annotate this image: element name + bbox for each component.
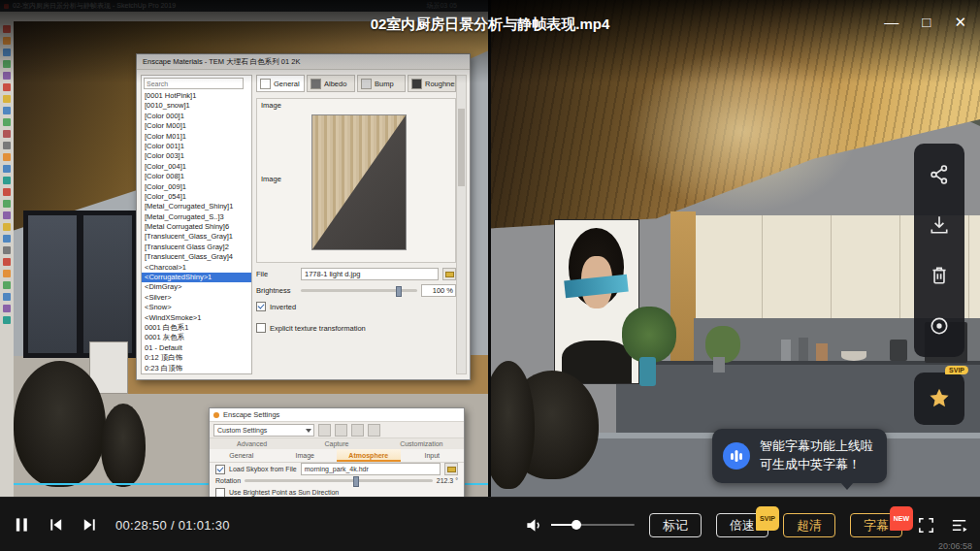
materials-dialog-title[interactable]: Enscape Materials - TEM 大理石 白色系列 01 2K [137,54,470,70]
list-item[interactable]: [Color 008]1 [142,172,251,181]
toolbar-icon[interactable] [3,188,11,196]
list-item[interactable]: <Silver> [142,293,251,303]
file-field[interactable]: 1778-1 light d.jpg [301,268,439,280]
list-item[interactable]: [Color M00]1 [142,121,251,131]
tab-capture[interactable]: Capture [294,438,378,449]
list-item[interactable]: [Metal Corrugated Shiny]6 [142,222,251,232]
load-preset-icon[interactable] [335,424,347,437]
volume-icon[interactable] [525,516,543,535]
pause-button[interactable] [14,516,30,534]
save-preset-icon[interactable] [318,424,331,437]
tab-atmosphere[interactable]: Atmosphere [337,449,401,462]
list-item[interactable]: [Color_004]1 [142,162,251,172]
toolbar-icon[interactable] [3,293,11,301]
list-item[interactable]: [Color 000]1 [142,112,251,121]
toolbar-icon[interactable] [3,83,11,91]
tab-bump[interactable]: Bump [357,75,406,92]
list-item[interactable]: [Color 003]1 [142,151,251,161]
minimize-button[interactable]: — [884,14,898,31]
record-icon[interactable] [914,301,964,351]
list-item[interactable]: [Translucent_Glass_Gray]4 [142,252,251,262]
favorite-button[interactable]: SVIP [914,373,964,425]
list-item[interactable]: 0001 白色系1 [142,323,251,333]
playlist-icon[interactable] [950,516,968,535]
list-item[interactable]: [Color M01]1 [142,132,251,142]
toolbar-icon[interactable] [3,246,11,254]
toolbar-icon[interactable] [3,235,11,243]
toolbar-icon[interactable] [3,270,11,277]
toolbar-icon[interactable] [3,72,11,80]
toolbar-icon[interactable] [3,211,11,219]
dialog-scrollbar[interactable] [456,75,467,374]
list-item[interactable]: [Metal_Corrugated_Shiny]1 [142,202,251,211]
fullscreen-icon[interactable] [917,516,935,535]
list-item[interactable]: [0010_snow]1 [142,101,251,111]
list-item[interactable]: [0001 HotPink]1 [142,91,251,101]
more-options-icon[interactable] [368,424,380,437]
previous-button[interactable] [48,516,64,534]
toolbar-icon[interactable] [3,281,11,289]
quality-button[interactable]: 超清 [783,513,835,537]
scrollbar-thumb[interactable] [458,109,465,186]
list-item[interactable]: <CorrugatedShiny>1 [142,273,251,282]
toolbar-icon[interactable] [3,95,11,103]
inverted-checkbox[interactable] [256,302,266,311]
video-frame[interactable]: 02-室内厨房日景分析与静帧表现 - SketchUp Pro 2019 场景0… [0,0,980,497]
list-item[interactable]: [Color_054]1 [142,192,251,202]
toolbar-icon[interactable] [3,60,11,68]
download-icon[interactable] [914,200,964,250]
list-item[interactable]: [Color_009]1 [142,182,251,192]
tab-roughness[interactable]: Roughness [408,75,456,92]
toolbar-icon[interactable] [3,200,11,208]
toolbar-icon[interactable] [3,223,11,231]
tab-general[interactable]: General [256,75,305,92]
search-input[interactable] [144,78,244,89]
skybox-browse-icon[interactable] [444,463,458,475]
toolbar-icon[interactable] [3,165,11,173]
toolbar-icon[interactable] [3,118,11,126]
list-item[interactable]: 01 - Default [142,343,251,353]
list-item[interactable]: 0001 灰色系 [142,333,251,342]
list-item[interactable]: [Color 001]1 [142,142,251,151]
next-button[interactable] [82,516,98,534]
rotation-slider-handle[interactable] [353,476,359,487]
list-item[interactable]: 0:12 顶白饰 [142,353,251,363]
brightness-value[interactable]: 100 % [421,284,456,297]
tab-customization[interactable]: Customization [379,438,464,449]
trash-icon[interactable] [914,250,964,301]
list-item[interactable]: <Snow> [142,303,251,312]
list-item[interactable]: 0:37 墙饰 [142,373,251,374]
rotation-slider[interactable] [245,479,433,482]
tab-albedo[interactable]: Albedo [307,75,355,92]
toolbar-icon[interactable] [3,177,11,184]
tab-advanced[interactable]: Advanced [210,438,294,449]
list-item[interactable]: 0:23 白顶饰 [142,364,251,373]
settings-dialog-title[interactable]: Enscape Settings [210,408,464,422]
list-item[interactable]: [Metal_Corrugated_S..]3 [142,212,251,222]
brightest-point-checkbox[interactable] [215,488,225,498]
subtitle-button[interactable]: 字幕NEW [850,513,902,537]
preset-select[interactable]: Custom Settings [213,424,314,437]
brightness-slider[interactable] [301,289,417,292]
subtitle-notification[interactable]: 智能字幕功能上线啦 可生成中英字幕！ [712,429,887,483]
explicit-transform-checkbox[interactable] [256,323,266,333]
toolbar-icon[interactable] [3,142,11,149]
volume-handle[interactable] [572,520,581,530]
toolbar-icon[interactable] [3,49,11,56]
texture-preview[interactable] [311,114,407,250]
brightness-slider-handle[interactable] [396,286,402,297]
list-item[interactable]: [Translucent Glass Gray]2 [142,243,251,252]
speed-button[interactable]: 倍速SVIP [716,513,768,537]
toolbar-icon[interactable] [3,107,11,114]
toolbar-icon[interactable] [3,153,11,161]
list-item[interactable]: [Translucent_Glass_Gray]1 [142,232,251,242]
tab-image[interactable]: Image [274,449,338,462]
toolbar-icon[interactable] [3,316,11,324]
list-item[interactable]: <DimGray> [142,282,251,292]
toolbar-icon[interactable] [3,305,11,312]
mark-button[interactable]: 标记 [649,513,702,537]
skybox-file-field[interactable]: morning_park_4k.hdr [301,463,441,475]
list-item[interactable]: <Charcoal>1 [142,263,251,273]
volume-slider[interactable] [551,524,635,526]
skybox-checkbox[interactable] [215,465,225,474]
